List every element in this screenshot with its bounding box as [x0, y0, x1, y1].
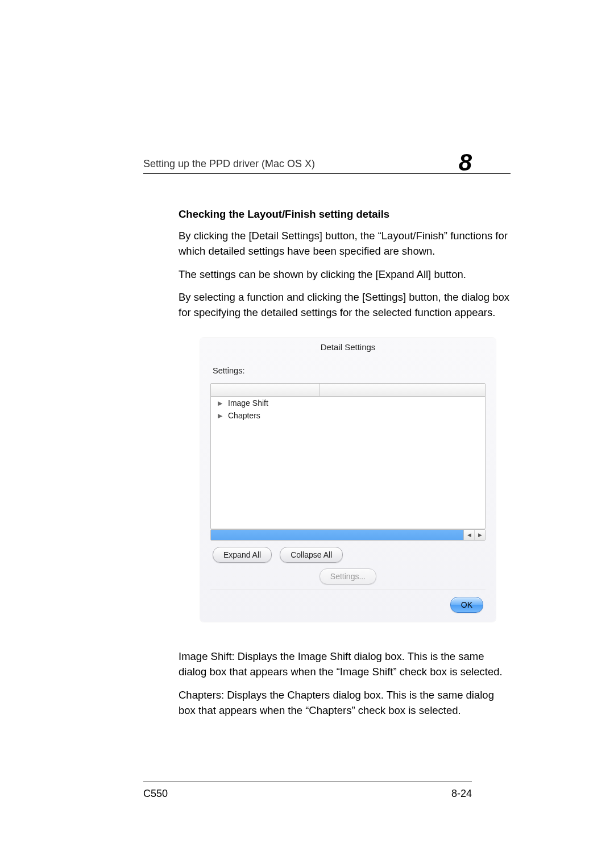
section-subheading: Checking the Layout/Finish setting detai…	[179, 208, 511, 221]
dialog-title: Detail Settings	[200, 338, 496, 352]
detail-settings-dialog: Detail Settings Settings: ▶ Image Shift …	[200, 338, 496, 622]
list-item-label: Chapters	[228, 411, 260, 420]
footer-model: C550	[143, 788, 168, 800]
scroll-right-icon[interactable]: ▶	[474, 530, 485, 540]
scroll-left-icon[interactable]: ◀	[464, 530, 474, 540]
settings-list[interactable]: ▶ Image Shift ▶ Chapters	[210, 383, 486, 529]
settings-label: Settings:	[213, 366, 244, 375]
document-page: 8 Setting up the PPD driver (Mac OS X) C…	[0, 0, 614, 868]
list-column-header	[211, 384, 485, 397]
footer-page-number: 8-24	[451, 788, 472, 800]
paragraph: The settings can be shown by clicking th…	[179, 267, 511, 283]
disclosure-triangle-icon[interactable]: ▶	[218, 400, 222, 407]
disclosure-triangle-icon[interactable]: ▶	[218, 412, 222, 420]
expand-all-button[interactable]: Expand All	[213, 547, 272, 563]
paragraph: Chapters: Displays the Chapters dialog b…	[179, 688, 511, 719]
list-item[interactable]: ▶ Chapters	[211, 409, 485, 422]
paragraph: By clicking the [Detail Settings] button…	[179, 229, 511, 259]
page-header-title: Setting up the PPD driver (Mac OS X)	[143, 158, 315, 169]
ok-button[interactable]: OK	[450, 597, 483, 613]
list-item-label: Image Shift	[228, 398, 268, 408]
paragraph: By selecting a function and clicking the…	[179, 290, 511, 321]
list-item[interactable]: ▶ Image Shift	[211, 397, 485, 409]
horizontal-scrollbar[interactable]: ◀ ▶	[210, 529, 486, 541]
scrollbar-thumb[interactable]	[211, 530, 464, 540]
settings-button[interactable]: Settings...	[320, 568, 376, 584]
dialog-separator	[210, 589, 486, 589]
page-footer: C550 8-24	[143, 782, 472, 800]
page-content: Setting up the PPD driver (Mac OS X) Che…	[143, 158, 511, 718]
paragraph: Image Shift: Displays the Image Shift di…	[179, 649, 511, 680]
collapse-all-button[interactable]: Collapse All	[280, 547, 343, 563]
page-header: Setting up the PPD driver (Mac OS X)	[143, 158, 511, 174]
